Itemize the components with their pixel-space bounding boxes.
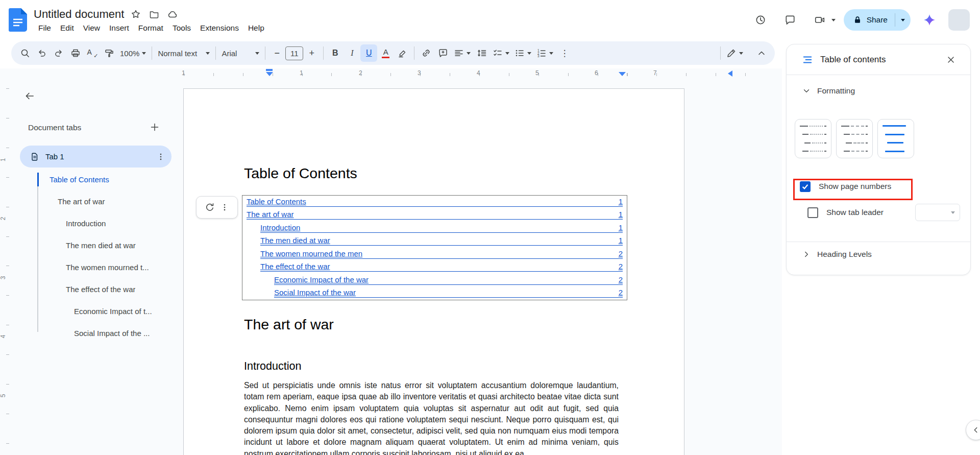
menu-view[interactable]: View — [79, 22, 105, 34]
document-title[interactable]: Untitled document — [34, 8, 124, 21]
show-tab-leader-checkbox[interactable] — [807, 207, 818, 218]
toc-options-kebab-icon[interactable] — [220, 203, 229, 212]
first-line-indent-marker[interactable] — [266, 69, 273, 71]
outline-item-the-art-of-war[interactable]: The art of war — [37, 190, 175, 212]
menu-edit[interactable]: Edit — [56, 22, 79, 34]
close-panel-icon[interactable] — [942, 51, 960, 69]
ruler-edge-marker[interactable] — [728, 70, 732, 77]
add-tab-icon[interactable] — [147, 119, 162, 135]
meet-call-control[interactable] — [809, 9, 836, 31]
toc-entry-link[interactable]: Introduction — [260, 223, 300, 232]
toc-entry[interactable]: Economic Impact of the war 2 — [246, 274, 624, 287]
decrease-font-size-button[interactable]: − — [268, 44, 285, 62]
line-spacing-icon[interactable] — [473, 44, 490, 62]
paint-format-icon[interactable] — [101, 44, 117, 62]
toc-entry[interactable]: Introduction 1 — [246, 222, 624, 235]
more-formats-button[interactable]: ⋮ — [556, 44, 573, 62]
underline-button[interactable]: U — [360, 44, 377, 62]
toc-style-links-option[interactable] — [877, 119, 914, 158]
outline-item-the-men-died-at-war[interactable]: The men died at war — [37, 234, 175, 256]
horizontal-ruler[interactable]: 1 1 2 3 4 5 6 7 — [0, 68, 782, 82]
outline-item-introduction[interactable]: Introduction — [37, 212, 175, 234]
editing-mode-select[interactable] — [724, 44, 746, 62]
chevron-right-icon[interactable] — [802, 250, 811, 259]
toc-entry-link[interactable]: The effect of the war — [260, 262, 330, 271]
refresh-toc-icon[interactable] — [205, 202, 215, 212]
version-history-icon[interactable] — [750, 9, 771, 31]
toc-entry[interactable]: The men died at war 1 — [246, 235, 624, 248]
numbered-list-select[interactable]: 123 — [534, 44, 556, 62]
toc-entry[interactable]: The women mourned the men 2 — [246, 248, 624, 261]
toc-entry-page[interactable]: 1 — [619, 210, 623, 219]
cloud-status-icon[interactable] — [166, 8, 179, 21]
toc-entry-page[interactable]: 2 — [619, 275, 623, 284]
toc-entry-page[interactable]: 1 — [619, 197, 623, 206]
video-camera-icon[interactable] — [809, 9, 830, 31]
show-page-numbers-checkbox[interactable] — [800, 181, 811, 192]
toc-entry-link[interactable]: The women mourned the men — [260, 249, 362, 258]
document-page[interactable]: Table of Contents Table of Contents 1 Th… — [183, 88, 684, 455]
toc-entry-link[interactable]: Table of Contents — [247, 197, 306, 206]
menu-insert[interactable]: Insert — [105, 22, 134, 34]
menu-format[interactable]: Format — [134, 22, 168, 34]
highlight-color-icon[interactable] — [394, 44, 411, 62]
account-avatar[interactable] — [948, 9, 970, 31]
chevron-down-icon[interactable] — [802, 86, 811, 95]
outline-item-the-women-mourned[interactable]: The women mourned t... — [37, 256, 175, 278]
show-page-numbers-row[interactable]: Show page numbers — [800, 176, 970, 197]
toc-entry-page[interactable]: 2 — [619, 262, 623, 271]
back-button[interactable] — [20, 87, 39, 105]
outline-item-social-impact[interactable]: Social Impact of the ... — [37, 322, 175, 344]
toc-entry[interactable]: Table of Contents 1 — [246, 196, 624, 209]
tab-leader-style-select[interactable] — [915, 204, 960, 221]
undo-icon[interactable] — [33, 44, 50, 62]
align-select[interactable] — [451, 44, 473, 62]
right-indent-marker[interactable] — [619, 72, 626, 76]
share-button[interactable]: Share — [844, 9, 911, 31]
menu-help[interactable]: Help — [243, 22, 269, 34]
tab-options-kebab-icon[interactable] — [156, 152, 165, 161]
add-comment-icon[interactable] — [434, 44, 451, 62]
comments-icon[interactable] — [779, 9, 801, 31]
table-of-contents-element[interactable]: Table of Contents 1 The art of war 1 Int… — [242, 195, 627, 300]
doc-heading-introduction[interactable]: Introduction — [244, 360, 618, 373]
outline-item-the-effect-of-the-war[interactable]: The effect of the war — [37, 278, 175, 300]
toc-entry-page[interactable]: 1 — [619, 236, 623, 245]
menu-tools[interactable]: Tools — [168, 22, 195, 34]
bulleted-list-select[interactable] — [512, 44, 534, 62]
left-indent-marker[interactable] — [266, 72, 273, 76]
toc-entry-link[interactable]: The art of war — [247, 210, 294, 219]
search-menus-icon[interactable] — [16, 44, 33, 62]
formatting-section-header[interactable]: Formatting — [787, 75, 970, 95]
tab-1-item[interactable]: Tab 1 — [20, 146, 172, 167]
toc-style-dots-option[interactable] — [795, 119, 831, 158]
hide-panel-corner-button[interactable] — [966, 420, 980, 440]
vertical-ruler[interactable]: 1 2 3 4 5 — [0, 81, 9, 455]
zoom-select[interactable]: 100% — [117, 44, 149, 62]
toc-entry-page[interactable]: 2 — [619, 249, 623, 258]
toc-entry-page[interactable]: 2 — [619, 288, 623, 297]
insert-link-icon[interactable] — [418, 44, 434, 62]
star-icon[interactable] — [129, 8, 142, 21]
menu-extensions[interactable]: Extensions — [195, 22, 243, 34]
italic-button[interactable]: I — [344, 44, 360, 62]
toc-entry[interactable]: The art of war 1 — [246, 209, 624, 222]
toc-entry[interactable]: The effect of the war 2 — [246, 261, 624, 274]
show-tab-leader-row[interactable]: Show tab leader — [807, 203, 960, 222]
doc-heading-the-art-of-war[interactable]: The art of war — [244, 316, 618, 333]
docs-logo-icon[interactable] — [8, 8, 28, 32]
toc-entry-link[interactable]: Economic Impact of the war — [274, 275, 369, 284]
text-color-button[interactable]: A — [377, 44, 394, 62]
increase-font-size-button[interactable]: + — [303, 44, 320, 62]
toc-style-dashes-option[interactable] — [836, 119, 873, 158]
doc-paragraph[interactable]: Sed ut perspiciatis unde omnis iste natu… — [244, 380, 619, 455]
spellcheck-icon[interactable]: A✓ — [84, 44, 101, 62]
toc-entry-link[interactable]: The men died at war — [260, 236, 330, 245]
toc-entry-page[interactable]: 1 — [619, 223, 623, 232]
font-family-select[interactable]: Arial — [219, 44, 262, 62]
bold-button[interactable]: B — [327, 44, 344, 62]
gemini-sparkle-icon[interactable] — [919, 9, 940, 31]
checklist-select[interactable] — [490, 44, 512, 62]
meet-caret-icon[interactable] — [831, 19, 836, 21]
menu-file[interactable]: File — [34, 22, 56, 34]
